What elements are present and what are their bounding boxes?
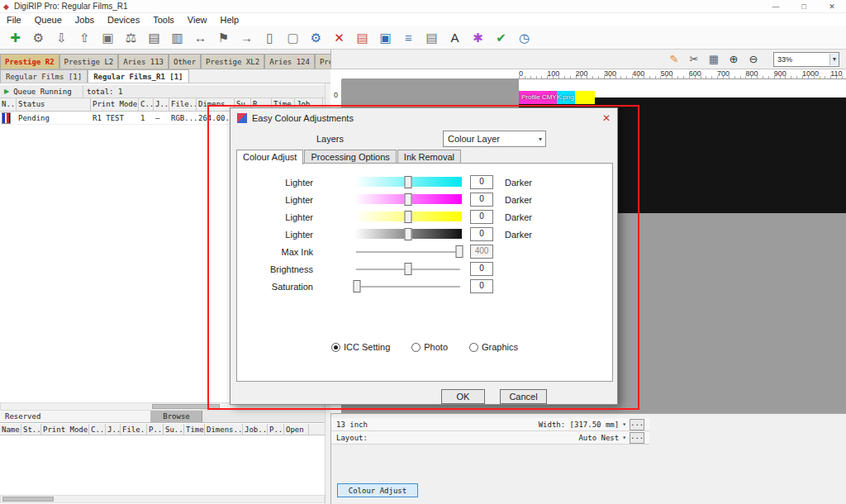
tab-aries-124[interactable]: Aries 124: [264, 54, 315, 69]
scale-job-icon[interactable]: A: [444, 27, 465, 47]
icc-setting-radio[interactable]: ICC Setting: [331, 342, 390, 352]
layout-row[interactable]: Layout: Auto Nest ▾ ...: [331, 431, 649, 445]
slider-track[interactable]: [354, 211, 462, 223]
tab-prestige-xl2[interactable]: Prestige XL2: [201, 54, 264, 69]
files-column-header[interactable]: Time: [184, 424, 205, 435]
jobs-column-header[interactable]: C...: [139, 98, 154, 111]
send-job-icon[interactable]: →: [236, 27, 257, 47]
dialog-tab-colour-adjust[interactable]: Colour Adjust: [236, 150, 303, 164]
files-column-header[interactable]: File...: [121, 424, 147, 435]
rip-settings-icon[interactable]: ⚙: [306, 27, 326, 47]
media-size-row[interactable]: 13 inch Width: [317.50 mm] ▾ ...: [331, 418, 649, 431]
tab-prestige-r2[interactable]: Prestige R2: [0, 54, 59, 69]
menu-item[interactable]: Tools: [146, 15, 181, 25]
tab-regular-films[interactable]: Regular Films [1]: [0, 69, 88, 83]
jobs-column-header[interactable]: Status: [17, 98, 91, 111]
jobs-column-header[interactable]: J...: [154, 98, 169, 111]
menu-item[interactable]: Queue: [28, 15, 69, 25]
menu-item[interactable]: Jobs: [69, 15, 101, 25]
slider-thumb[interactable]: [353, 280, 360, 292]
slider-track[interactable]: [354, 280, 462, 292]
media-more-button[interactable]: ...: [630, 419, 644, 430]
duplicate-job-icon[interactable]: ▣: [375, 27, 396, 47]
zoom-in-icon[interactable]: ⊕: [725, 54, 742, 64]
menu-item[interactable]: View: [181, 15, 214, 25]
files-column-header[interactable]: Job...: [243, 424, 268, 435]
abort-job-icon[interactable]: ✕: [329, 27, 349, 47]
slider-value-field[interactable]: 0: [470, 210, 493, 224]
balance-queues-icon[interactable]: ⚖: [121, 27, 141, 47]
scrollbar-thumb[interactable]: [2, 497, 54, 502]
dialog-tab-ink-removal[interactable]: Ink Removal: [397, 150, 461, 164]
scrollbar-thumb[interactable]: [152, 404, 220, 409]
files-horizontal-scrollbar[interactable]: [0, 495, 325, 503]
slider-track[interactable]: [354, 193, 462, 206]
slider-track[interactable]: [354, 176, 462, 188]
files-column-header[interactable]: Name: [0, 424, 21, 435]
layout-more-button[interactable]: ...: [630, 432, 644, 444]
flag-job-icon[interactable]: ⚑: [213, 27, 234, 47]
cut-tool-icon[interactable]: ✂: [686, 54, 702, 64]
slider-thumb[interactable]: [405, 211, 412, 223]
files-column-header[interactable]: P...: [268, 424, 284, 435]
graphics-radio[interactable]: Graphics: [469, 342, 518, 352]
tab-regular-films-r1[interactable]: Regular Films_R1 [1]: [88, 69, 188, 83]
tab-other[interactable]: Other: [169, 54, 201, 69]
close-button[interactable]: ✕: [818, 0, 846, 13]
colour-palette-icon[interactable]: ✱: [468, 27, 488, 47]
files-column-header[interactable]: Print Mode: [41, 424, 89, 435]
release-job-icon[interactable]: ⇧: [74, 27, 95, 47]
menu-item[interactable]: Devices: [101, 15, 146, 25]
files-column-header[interactable]: C...: [89, 424, 106, 435]
tab-aries-113[interactable]: Aries 113: [118, 54, 169, 69]
chevron-down-icon[interactable]: ▾: [622, 421, 626, 428]
slider-value-field[interactable]: 0: [470, 262, 493, 276]
copy-job-icon[interactable]: ▣: [97, 27, 118, 47]
slider-track[interactable]: [354, 263, 462, 275]
reserved-tab[interactable]: Reserved: [0, 411, 151, 422]
files-column-header[interactable]: Su...: [164, 424, 184, 435]
slider-value-field[interactable]: 0: [470, 227, 493, 241]
zoom-out-icon[interactable]: ⊖: [745, 54, 762, 64]
job-ticket-icon[interactable]: ▥: [167, 27, 188, 47]
cancel-button[interactable]: Cancel: [500, 389, 547, 404]
minimize-button[interactable]: —: [762, 0, 790, 13]
zoom-combo[interactable]: 33% ▾: [773, 52, 839, 67]
layer-select[interactable]: Colour Layer ▾: [443, 131, 546, 147]
files-column-header[interactable]: Open: [284, 424, 309, 435]
dialog-title-bar[interactable]: Easy Colour Adjustments ✕: [231, 108, 617, 128]
slider-value-field[interactable]: 0: [470, 193, 493, 207]
slider-thumb[interactable]: [405, 263, 412, 275]
files-column-header[interactable]: Dimens...: [205, 424, 243, 435]
menu-item[interactable]: File: [0, 15, 28, 25]
photo-radio[interactable]: Photo: [411, 342, 448, 352]
clipboard-icon[interactable]: ▯: [259, 27, 280, 47]
files-column-header[interactable]: St...: [21, 424, 41, 435]
job-settings-icon[interactable]: ⚙: [28, 27, 49, 47]
title-bar[interactable]: ◆ DigiRIP Pro: Regular Films_R1 — □ ✕: [0, 0, 846, 13]
zoom-dropdown-arrow[interactable]: ▾: [829, 54, 839, 65]
slider-value-field[interactable]: 400: [470, 245, 493, 259]
menu-item[interactable]: Help: [213, 15, 245, 25]
note-tool-icon[interactable]: ✎: [666, 54, 682, 64]
chevron-down-icon[interactable]: ▾: [622, 434, 626, 441]
scheduler-icon[interactable]: ◷: [514, 27, 535, 47]
print-queue-icon[interactable]: ▤: [421, 27, 442, 47]
maximize-button[interactable]: □: [790, 0, 818, 13]
dialog-close-icon[interactable]: ✕: [602, 113, 611, 123]
slider-thumb[interactable]: [405, 176, 412, 188]
paste-job-icon[interactable]: ▢: [283, 27, 303, 47]
slider-thumb[interactable]: [405, 228, 412, 240]
slider-thumb[interactable]: [456, 245, 463, 258]
colour-adjust-button[interactable]: Colour Adjust: [337, 483, 418, 497]
slider-track[interactable]: [354, 228, 462, 240]
jobs-column-header[interactable]: N...: [0, 98, 17, 111]
jobs-column-header[interactable]: Print Mode: [91, 98, 139, 111]
print-job-icon[interactable]: ▤: [144, 27, 164, 47]
slider-thumb[interactable]: [405, 193, 412, 206]
cancel-print-icon[interactable]: ▤: [352, 27, 373, 47]
dialog-tab-processing-options[interactable]: Processing Options: [304, 150, 396, 164]
queue-list-icon[interactable]: ≡: [398, 27, 419, 47]
slider-value-field[interactable]: 0: [470, 175, 493, 189]
grid-tool-icon[interactable]: ▦: [706, 54, 722, 64]
